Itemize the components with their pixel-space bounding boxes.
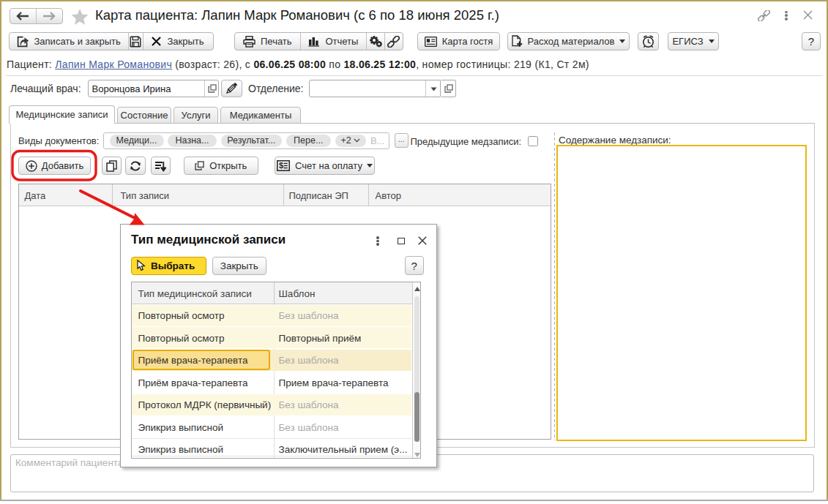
svg-text:$: $	[279, 161, 283, 170]
